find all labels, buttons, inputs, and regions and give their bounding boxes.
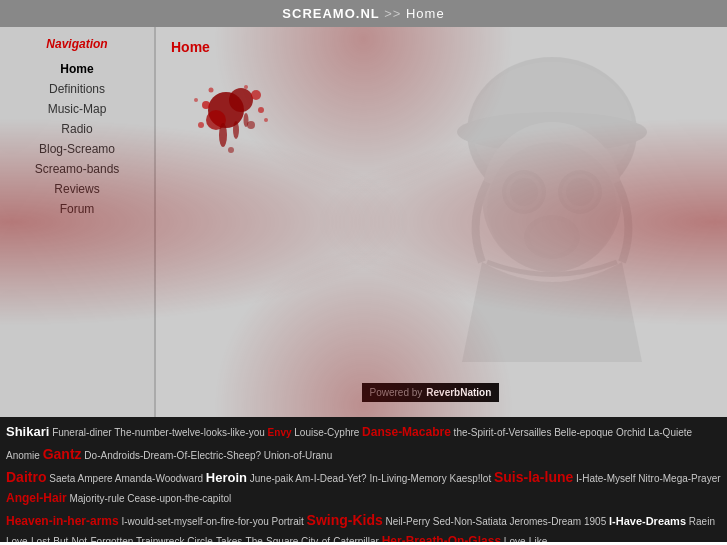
svg-point-22	[198, 122, 204, 128]
tags-line-1: Shikari Funeral-diner The-number-twelve-…	[6, 421, 721, 466]
header-current-page: Home	[406, 6, 445, 21]
nav-blog-screamo[interactable]: Blog-Screamo	[0, 139, 154, 159]
reverb-label: Powered by	[370, 387, 423, 398]
tags-line-3: Heaven-in-her-arms I-would-set-myself-on…	[6, 509, 721, 542]
reverb-banner: Powered by ReverbNation	[362, 383, 500, 402]
reverb-name: ReverbNation	[426, 387, 491, 398]
svg-point-17	[233, 121, 239, 139]
nav-screamo-bands[interactable]: Screamo-bands	[0, 159, 154, 179]
svg-point-25	[264, 118, 268, 122]
nav-radio[interactable]: Radio	[0, 119, 154, 139]
header-arrow: >>	[384, 6, 401, 21]
site-name: SCREAMO.NL	[282, 6, 379, 21]
svg-point-21	[258, 107, 264, 113]
main-wrapper: Navigation Home Definitions Music-Map Ra…	[0, 27, 727, 417]
nav-home[interactable]: Home	[0, 59, 154, 79]
svg-point-20	[251, 90, 261, 100]
content-title: Home	[171, 39, 712, 55]
svg-point-24	[194, 98, 198, 102]
svg-point-14	[229, 88, 253, 112]
nav-definitions[interactable]: Definitions	[0, 79, 154, 99]
content-area: Home	[156, 27, 727, 417]
svg-point-26	[209, 88, 214, 93]
svg-point-28	[228, 147, 234, 153]
tags-line-2: Daitro Saeta Ampere Amanda-Woodward Hero…	[6, 466, 721, 509]
svg-point-19	[202, 101, 210, 109]
nav-forum[interactable]: Forum	[0, 199, 154, 219]
site-header: SCREAMO.NL >> Home	[0, 0, 727, 27]
nav-music-map[interactable]: Music-Map	[0, 99, 154, 119]
svg-point-27	[244, 85, 248, 89]
blood-splatter-image	[171, 65, 291, 165]
nav-reviews[interactable]: Reviews	[0, 179, 154, 199]
svg-point-16	[219, 123, 227, 147]
tags-bar: Shikari Funeral-diner The-number-twelve-…	[0, 417, 727, 542]
sidebar: Navigation Home Definitions Music-Map Ra…	[0, 27, 155, 417]
svg-point-23	[247, 121, 255, 129]
sidebar-title: Navigation	[0, 37, 154, 51]
